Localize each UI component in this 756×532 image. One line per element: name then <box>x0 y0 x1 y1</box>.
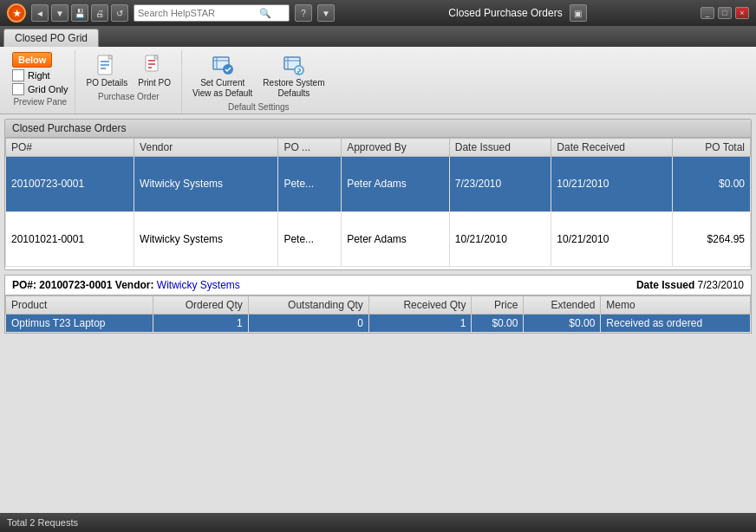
row1-vendor: Witwicky Systems <box>134 157 278 212</box>
closed-po-table: PO# Vendor PO ... Approved By Date Issue… <box>5 138 751 267</box>
date-issued-label: Date Issued <box>636 279 694 291</box>
detail-col-price: Price <box>472 296 524 315</box>
detail-col-ordered: Ordered Qty <box>153 296 248 315</box>
vendor-label: Vendor: <box>115 279 154 291</box>
vendor-name-value: Witwicky Systems <box>157 279 240 291</box>
row2-date-issued: 10/21/2010 <box>449 211 551 267</box>
po-details-label: PO Details <box>86 78 127 88</box>
minimize-btn[interactable]: _ <box>701 7 714 19</box>
help-btn[interactable]: ? <box>295 4 312 22</box>
detail-row1-received: 1 <box>368 315 472 333</box>
detail-col-received: Received Qty <box>368 296 472 315</box>
closed-po-title: Closed Purchase Orders <box>5 120 751 138</box>
po-number-label: PO#: <box>12 279 36 291</box>
detail-row1-price: $0.00 <box>472 315 524 333</box>
row2-approved: Peter Adams <box>342 211 450 267</box>
detail-row1-extended: $0.00 <box>524 315 601 333</box>
row1-date-received: 10/21/2010 <box>551 157 673 212</box>
detail-col-memo: Memo <box>601 296 751 315</box>
status-bar: Total 2 Requests <box>0 513 756 532</box>
print-btn[interactable]: 🖨 <box>91 4 108 22</box>
detail-col-extended: Extended <box>524 296 601 315</box>
detail-col-outstanding: Outstanding Qty <box>248 296 368 315</box>
status-text: Total 2 Requests <box>7 517 78 528</box>
restore-defaults-button[interactable]: Restore SystemDefaults <box>259 52 328 101</box>
close-btn[interactable]: × <box>735 7 749 19</box>
svg-rect-6 <box>154 55 158 59</box>
po-detail-table: Product Ordered Qty Outstanding Qty Rece… <box>5 295 751 333</box>
po-detail-section: PO#: 20100723-0001 Vendor: Witwicky Syst… <box>4 275 752 528</box>
default-settings-label: Default Settings <box>228 102 290 114</box>
po-detail-info: PO#: 20100723-0001 Vendor: Witwicky Syst… <box>12 279 240 291</box>
purchase-order-group: PO Details Print PO <box>75 50 182 114</box>
preview-pane-options: Below Right Grid Only <box>12 52 68 95</box>
row2-po-ellipsis: Pete... <box>278 211 342 267</box>
content-area: Closed Purchase Orders PO# Vendor PO ...… <box>0 114 756 532</box>
detail-row1-ordered: 1 <box>153 315 248 333</box>
po-date-issued: Date Issued 7/23/2010 <box>636 279 744 291</box>
table-row[interactable]: 20100723-0001 Witwicky Systems Pete... P… <box>6 157 751 212</box>
detail-col-product: Product <box>6 296 153 315</box>
grid-only-checkbox[interactable] <box>12 83 24 95</box>
print-po-label: Print PO <box>138 78 171 88</box>
right-checkbox[interactable] <box>12 69 24 81</box>
col-po: PO# <box>6 139 134 157</box>
po-details-icon <box>94 54 119 78</box>
below-btn[interactable]: Below <box>12 52 52 68</box>
maximize-btn[interactable]: □ <box>718 7 732 19</box>
col-po-ellipsis: PO ... <box>278 139 342 157</box>
right-label: Right <box>28 70 50 81</box>
title-bar: ★ ◄ ▼ 💾 🖨 ↺ 🔍 ? ▼ Closed Purchase Orders… <box>0 0 756 26</box>
preview-pane-label: Preview Pane <box>13 97 67 108</box>
closed-po-grid-panel: Closed Purchase Orders PO# Vendor PO ...… <box>4 119 752 270</box>
row1-approved: Peter Adams <box>342 157 450 212</box>
row2-date-received: 10/21/2010 <box>551 211 673 267</box>
search-input[interactable] <box>138 8 259 18</box>
below-option[interactable]: Below <box>12 52 68 68</box>
table-row[interactable]: 20101021-0001 Witwicky Systems Pete... P… <box>6 211 751 267</box>
save-btn[interactable]: 💾 <box>71 4 88 22</box>
purchase-order-label: Purchase Order <box>98 92 160 103</box>
date-issued-value: 7/23/2010 <box>698 279 744 291</box>
restore-defaults-label: Restore SystemDefaults <box>263 78 324 99</box>
po-number-value: 20100723-0001 <box>39 279 112 291</box>
search-bar[interactable]: 🔍 <box>134 4 290 22</box>
closed-po-grid-tab[interactable]: Closed PO Grid <box>3 29 99 47</box>
grid-only-label: Grid Only <box>28 84 68 94</box>
po-detail-header: PO#: 20100723-0001 Vendor: Witwicky Syst… <box>4 275 752 295</box>
svg-rect-1 <box>108 55 112 59</box>
po-details-button[interactable]: PO Details <box>82 52 131 90</box>
back-btn[interactable]: ◄ <box>31 4 49 22</box>
row2-po: 20101021-0001 <box>6 211 134 267</box>
detail-row1-outstanding: 0 <box>248 315 368 333</box>
po-buttons: PO Details Print PO <box>82 52 174 90</box>
restore-defaults-icon <box>282 54 306 78</box>
window-icon: ▣ <box>570 4 587 22</box>
detail-table-row[interactable]: Optimus T23 Laptop 1 0 1 $0.00 $0.00 Rec… <box>6 315 751 333</box>
row1-po-ellipsis: Pete... <box>278 157 342 212</box>
col-approved: Approved By <box>342 139 450 157</box>
row1-date-issued: 7/23/2010 <box>449 157 551 212</box>
window-title: Closed Purchase Orders <box>448 7 562 19</box>
set-default-icon <box>211 54 235 78</box>
tab-bar: Closed PO Grid <box>0 26 756 47</box>
po-detail-grid: Product Ordered Qty Outstanding Qty Rece… <box>4 295 752 334</box>
dropdown-btn[interactable]: ▼ <box>317 4 335 22</box>
preview-pane-buttons: Below Right Grid Only <box>12 52 68 95</box>
search-icon: 🔍 <box>259 8 271 19</box>
row1-po: 20100723-0001 <box>6 157 134 212</box>
detail-row1-memo: Received as ordered <box>601 315 751 333</box>
refresh-btn[interactable]: ↺ <box>111 4 128 22</box>
menu-btn[interactable]: ▼ <box>51 4 68 22</box>
set-default-label: Set CurrentView as Default <box>192 78 252 99</box>
preview-pane-group: Below Right Grid Only Preview Pane <box>5 50 75 114</box>
grid-only-option[interactable]: Grid Only <box>12 83 68 95</box>
col-date-received: Date Received <box>551 139 673 157</box>
row2-po-total: $264.95 <box>673 211 751 267</box>
print-po-button[interactable]: Print PO <box>134 52 174 90</box>
right-option[interactable]: Right <box>12 69 68 81</box>
col-date-issued: Date Issued <box>449 139 551 157</box>
set-default-button[interactable]: Set CurrentView as Default <box>189 52 256 101</box>
col-vendor: Vendor <box>134 139 278 157</box>
detail-row1-product: Optimus T23 Laptop <box>6 315 153 333</box>
